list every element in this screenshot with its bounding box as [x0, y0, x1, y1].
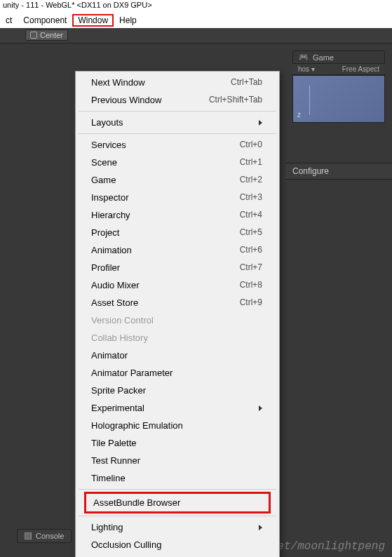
menu-label: Occlusion Culling: [91, 539, 161, 551]
menu-animator-parameter[interactable]: Animator Parameter: [77, 364, 278, 382]
game-aspect-prefix[interactable]: hos ▾: [298, 65, 315, 73]
menu-game[interactable]: GameCtrl+2: [77, 171, 278, 189]
menu-profiler[interactable]: ProfilerCtrl+7: [77, 259, 278, 276]
menu-shortcut: Ctrl+3: [240, 192, 262, 203]
menu-label: Hierarchy: [91, 209, 130, 221]
menu-test-runner[interactable]: Test Runner: [77, 452, 278, 469]
menu-holographic-emulation[interactable]: Holographic Emulation: [77, 417, 278, 434]
menu-shortcut: Ctrl+7: [240, 262, 262, 274]
pivot-center-button[interactable]: Center: [25, 29, 68, 41]
center-label: Center: [40, 31, 63, 39]
menu-label: Services: [91, 139, 126, 151]
menu-asset-store[interactable]: Asset StoreCtrl+9: [77, 294, 278, 311]
console-tab[interactable]: Console: [17, 529, 72, 543]
menu-label: Version Control: [91, 314, 154, 326]
menu-label: Animation: [91, 244, 132, 256]
separator: [79, 133, 276, 134]
configure-button[interactable]: Configure: [285, 163, 392, 180]
menu-shortcut: Ctrl+6: [240, 244, 262, 256]
menu-item-component[interactable]: Component: [18, 14, 72, 27]
submenu-arrow-icon: [259, 120, 262, 126]
menu-shortcut: Ctrl+9: [240, 297, 262, 309]
toolbar: Center: [0, 28, 392, 43]
menu-services[interactable]: ServicesCtrl+0: [77, 136, 278, 154]
menu-label: Scene: [91, 156, 117, 168]
menu-previous-window[interactable]: Previous WindowCtrl+Shift+Tab: [77, 91, 278, 109]
game-aspect-row: hos ▾ Free Aspect: [292, 64, 385, 75]
center-icon: [30, 32, 37, 39]
menu-shortcut: Ctrl+Tab: [231, 76, 262, 88]
window-title: unity - 111 - WebGL* <DX11 on DX9 GPU>: [0, 0, 392, 13]
window-menu-dropdown: Next WindowCtrl+Tab Previous WindowCtrl+…: [75, 71, 280, 557]
submenu-arrow-icon: [259, 525, 262, 530]
menu-scene[interactable]: SceneCtrl+1: [77, 154, 278, 171]
menu-shortcut: Ctrl+8: [240, 279, 262, 291]
menu-label: Next Window: [91, 76, 145, 88]
menu-lighting[interactable]: Lighting: [77, 518, 278, 536]
game-panel: 🎮 Game hos ▾ Free Aspect z: [292, 51, 385, 123]
menu-item-window[interactable]: Window: [72, 14, 114, 27]
menu-label: Experimental: [91, 402, 144, 414]
menu-label: Previous Window: [91, 94, 161, 106]
menu-shortcut: Ctrl+0: [240, 139, 262, 151]
menu-shortcut: Ctrl+5: [240, 227, 262, 239]
menu-version-control: Version Control: [77, 311, 278, 329]
menu-label: Project: [91, 227, 119, 239]
menu-sprite-packer[interactable]: Sprite Packer: [77, 382, 278, 399]
separator: [79, 489, 276, 490]
menu-animator[interactable]: Animator: [77, 347, 278, 364]
game-preview: z: [292, 75, 385, 123]
game-tab-label: Game: [313, 53, 334, 62]
menu-bar: ct Component Window Help: [0, 13, 392, 28]
highlighted-box: AssetBundle Browser: [84, 492, 271, 514]
separator: [79, 516, 276, 516]
menu-hierarchy[interactable]: HierarchyCtrl+4: [77, 206, 278, 224]
menu-audio-mixer[interactable]: Audio MixerCtrl+8: [77, 276, 278, 294]
submenu-arrow-icon: [259, 405, 262, 411]
axis-z-label: z: [297, 111, 301, 119]
console-icon: [25, 532, 32, 539]
menu-experimental[interactable]: Experimental: [77, 399, 278, 417]
menu-timeline[interactable]: Timeline: [77, 469, 278, 487]
menu-label: Sprite Packer: [91, 384, 146, 396]
menu-item-truncated[interactable]: ct: [0, 14, 18, 27]
menu-label: Test Runner: [91, 455, 140, 467]
menu-shortcut: Ctrl+1: [240, 156, 262, 168]
menu-occlusion-culling[interactable]: Occlusion Culling: [77, 536, 278, 553]
game-icon: 🎮: [299, 53, 309, 62]
menu-label: Audio Mixer: [91, 279, 140, 291]
menu-label: Animator Parameter: [91, 367, 173, 379]
menu-label: Collab History: [91, 332, 148, 344]
menu-label: Game: [91, 174, 116, 186]
work-area: 🎮 Game hos ▾ Free Aspect z Configure Nex…: [0, 43, 392, 557]
menu-shortcut: Ctrl+4: [240, 209, 262, 221]
menu-label: Layouts: [91, 116, 123, 128]
game-tab[interactable]: 🎮 Game: [292, 51, 385, 64]
menu-label: Lighting: [91, 521, 123, 533]
menu-frame-debugger[interactable]: Frame Debugger: [77, 553, 278, 557]
menu-label: Asset Store: [91, 297, 138, 309]
console-tab-label: Console: [36, 532, 64, 540]
menu-label: Holographic Emulation: [91, 420, 183, 431]
menu-assetbundle-browser[interactable]: AssetBundle Browser: [86, 494, 269, 511]
separator: [79, 111, 276, 112]
menu-collab-history: Collab History: [77, 329, 278, 347]
menu-animation[interactable]: AnimationCtrl+6: [77, 241, 278, 259]
menu-next-window[interactable]: Next WindowCtrl+Tab: [77, 74, 278, 91]
menu-item-help[interactable]: Help: [114, 14, 142, 27]
menu-inspector[interactable]: InspectorCtrl+3: [77, 189, 278, 206]
menu-shortcut: Ctrl+Shift+Tab: [209, 94, 262, 106]
menu-label: Profiler: [91, 262, 120, 274]
game-aspect-dropdown[interactable]: Free Aspect: [342, 65, 379, 73]
menu-label: Tile Palette: [91, 437, 137, 449]
menu-label: AssetBundle Browser: [93, 497, 180, 509]
menu-project[interactable]: ProjectCtrl+5: [77, 224, 278, 241]
menu-label: Animator: [91, 349, 128, 361]
menu-label: Inspector: [91, 192, 128, 203]
menu-shortcut: Ctrl+2: [240, 174, 262, 186]
menu-layouts[interactable]: Layouts: [77, 114, 278, 131]
menu-tile-palette[interactable]: Tile Palette: [77, 434, 278, 452]
menu-label: Timeline: [91, 472, 126, 484]
